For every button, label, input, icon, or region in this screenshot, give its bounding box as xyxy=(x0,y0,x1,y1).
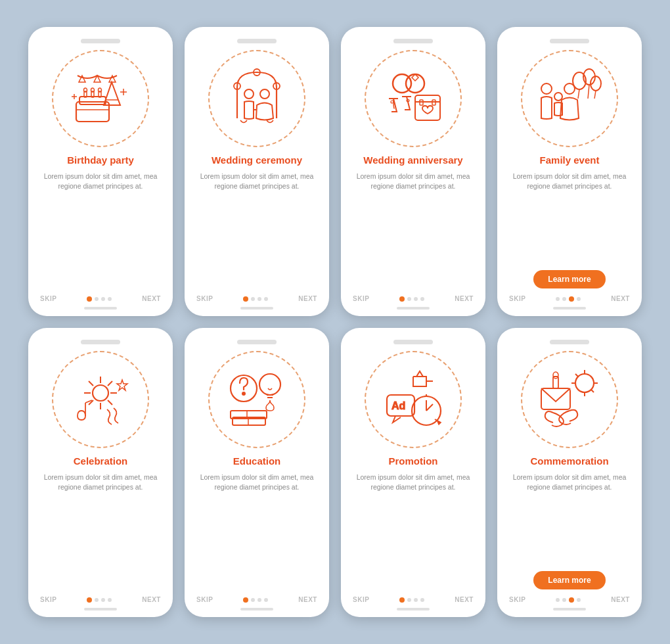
card-wedding-anniversary: Wedding anniversary Lorem ipsum dolor si… xyxy=(341,27,485,316)
next-label-wedding[interactable]: NEXT xyxy=(298,295,317,302)
dot-a3 xyxy=(414,297,418,301)
card-title-family: Family event xyxy=(540,154,600,167)
home-bar-commemoration xyxy=(553,608,586,610)
home-bar-birthday xyxy=(84,307,117,310)
dot-f1 xyxy=(556,297,560,301)
nav-dots-birthday xyxy=(87,296,112,302)
svg-line-84 xyxy=(591,390,594,392)
phone-notch-8 xyxy=(550,340,589,344)
svg-point-44 xyxy=(93,385,108,401)
svg-line-50 xyxy=(108,400,112,405)
phone-notch xyxy=(81,39,120,43)
card-family-event: Family event Lorem ipsum dolor sit dim a… xyxy=(497,27,642,316)
dot-f2 xyxy=(562,297,566,301)
nav-dots-celebration xyxy=(87,597,112,603)
next-label-education[interactable]: NEXT xyxy=(298,596,317,603)
card-title-promotion: Promotion xyxy=(389,455,438,468)
phone-nav-family: SKIP NEXT xyxy=(506,295,633,302)
phone-notch-5 xyxy=(81,340,120,344)
dot-f3 xyxy=(569,296,574,302)
skip-label-family[interactable]: SKIP xyxy=(509,295,525,302)
nav-dots-education xyxy=(243,597,268,603)
next-label-commemoration[interactable]: NEXT xyxy=(611,596,630,603)
skip-label-wedding[interactable]: SKIP xyxy=(196,295,213,302)
home-bar-celebration xyxy=(84,608,117,610)
phone-nav-promotion: SKIP NEXT xyxy=(350,596,476,603)
card-title-anniversary: Wedding anniversary xyxy=(363,154,462,167)
nav-dots-promotion xyxy=(399,597,424,603)
dot-co4 xyxy=(577,598,581,602)
icon-circle-anniversary xyxy=(365,50,462,147)
svg-line-40 xyxy=(594,91,596,99)
svg-point-41 xyxy=(541,83,552,94)
learn-more-button-family[interactable]: Learn more xyxy=(533,270,605,288)
svg-rect-1 xyxy=(79,97,106,104)
phone-nav-commemoration: SKIP NEXT xyxy=(506,596,633,603)
nav-dots-anniversary xyxy=(399,296,424,302)
svg-marker-55 xyxy=(117,380,127,390)
next-label-anniversary[interactable]: NEXT xyxy=(455,295,474,302)
card-desc-family: Lorem ipsum dolor sit dim amet, mea regi… xyxy=(506,172,633,265)
card-title-birthday: Birthday party xyxy=(67,154,134,167)
card-celebration: Celebration Lorem ipsum dolor sit dim am… xyxy=(28,328,173,617)
phone-nav-birthday: SKIP NEXT xyxy=(37,295,164,302)
nav-dots-commemoration xyxy=(556,597,581,603)
phone-nav-anniversary: SKIP NEXT xyxy=(350,295,476,302)
home-bar-family xyxy=(553,307,586,310)
dot-a1 xyxy=(399,296,405,302)
svg-point-22 xyxy=(260,89,269,99)
svg-point-25 xyxy=(406,74,424,93)
svg-point-29 xyxy=(391,101,393,103)
next-label-promotion[interactable]: NEXT xyxy=(455,596,474,603)
dot-co2 xyxy=(562,598,566,602)
phone-notch-2 xyxy=(237,39,277,43)
card-birthday-party: Birthday party Lorem ipsum dolor sit dim… xyxy=(28,27,173,316)
learn-more-button-commemoration[interactable]: Learn more xyxy=(533,571,605,589)
skip-label-promotion[interactable]: SKIP xyxy=(353,596,369,603)
skip-label-commemoration[interactable]: SKIP xyxy=(509,596,525,603)
dot-f4 xyxy=(577,297,581,301)
svg-line-83 xyxy=(575,374,578,377)
svg-line-49 xyxy=(89,381,93,386)
card-grid: Birthday party Lorem ipsum dolor sit dim… xyxy=(15,14,655,630)
icon-circle-family xyxy=(521,50,618,147)
dot-e3 xyxy=(257,598,261,602)
dot-w2 xyxy=(251,297,255,301)
svg-text:Ad: Ad xyxy=(391,400,405,411)
dot-w1 xyxy=(243,296,248,302)
next-label-birthday[interactable]: NEXT xyxy=(142,295,161,302)
dot-p1 xyxy=(399,597,405,603)
dot-c2 xyxy=(95,598,99,602)
dot-c3 xyxy=(101,598,105,602)
dot-co1 xyxy=(556,598,560,602)
next-label-celebration[interactable]: NEXT xyxy=(142,596,161,603)
svg-line-51 xyxy=(108,381,112,386)
phone-nav-education: SKIP NEXT xyxy=(194,596,320,603)
dot-p3 xyxy=(414,598,418,602)
svg-line-38 xyxy=(588,85,589,99)
dot-c4 xyxy=(108,598,112,602)
skip-label-education[interactable]: SKIP xyxy=(196,596,213,603)
dot-e2 xyxy=(251,598,255,602)
dot-co3 xyxy=(569,597,574,603)
next-label-family[interactable]: NEXT xyxy=(611,295,630,302)
home-bar-promotion xyxy=(397,608,430,610)
card-desc-commemoration: Lorem ipsum dolor sit dim amet, mea regi… xyxy=(506,472,633,566)
dot-e1 xyxy=(243,597,248,603)
card-wedding-ceremony: Wedding ceremony Lorem ipsum dolor sit d… xyxy=(185,27,329,316)
skip-label-anniversary[interactable]: SKIP xyxy=(353,295,369,302)
card-desc-anniversary: Lorem ipsum dolor sit dim amet, mea regi… xyxy=(350,172,476,289)
svg-point-58 xyxy=(259,374,280,395)
icon-circle-commemoration xyxy=(521,351,618,448)
phone-notch-6 xyxy=(237,340,277,344)
phone-notch-4 xyxy=(550,39,589,43)
nav-dots-wedding xyxy=(243,296,268,302)
dot-1 xyxy=(87,296,92,302)
svg-line-70 xyxy=(426,404,433,411)
home-bar-wedding xyxy=(240,307,273,310)
phone-notch-7 xyxy=(393,340,433,344)
icon-circle-celebration xyxy=(52,351,149,448)
skip-label-celebration[interactable]: SKIP xyxy=(40,596,56,603)
skip-label-birthday[interactable]: SKIP xyxy=(40,295,56,302)
card-desc-birthday: Lorem ipsum dolor sit dim amet, mea regi… xyxy=(37,172,164,289)
